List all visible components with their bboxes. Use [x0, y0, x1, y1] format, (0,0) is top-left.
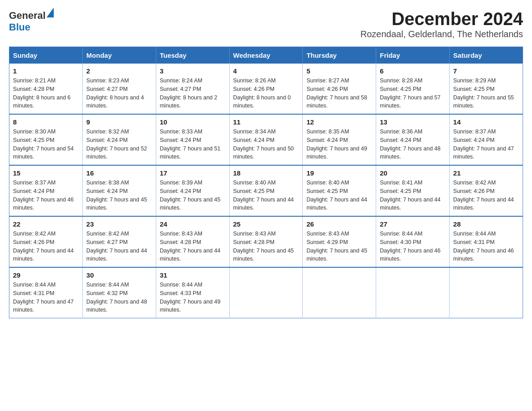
calendar-cell: 5Sunrise: 8:27 AMSunset: 4:26 PMDaylight…: [303, 64, 376, 114]
col-header-saturday: Saturday: [450, 47, 523, 64]
day-number: 4: [233, 67, 299, 75]
day-info: Sunrise: 8:23 AMSunset: 4:27 PMDaylight:…: [86, 77, 152, 110]
logo-general: General: [9, 10, 46, 21]
title-block: December 2024 Rozendaal, Gelderland, The…: [360, 9, 523, 39]
calendar-cell: 2Sunrise: 8:23 AMSunset: 4:27 PMDaylight…: [82, 64, 156, 114]
day-number: 21: [453, 169, 519, 177]
col-header-tuesday: Tuesday: [156, 47, 229, 64]
day-number: 9: [86, 118, 152, 126]
day-info: Sunrise: 8:42 AMSunset: 4:26 PMDaylight:…: [13, 230, 79, 263]
day-number: 13: [380, 118, 446, 126]
logo-arrow-icon: [47, 8, 54, 17]
calendar-cell: 7Sunrise: 8:29 AMSunset: 4:25 PMDaylight…: [450, 64, 523, 114]
day-number: 2: [86, 67, 152, 75]
logo-blue: Blue: [9, 21, 30, 33]
calendar-cell: 30Sunrise: 8:44 AMSunset: 4:32 PMDayligh…: [82, 267, 156, 318]
week-row-3: 15Sunrise: 8:37 AMSunset: 4:24 PMDayligh…: [9, 165, 523, 216]
day-info: Sunrise: 8:44 AMSunset: 4:30 PMDaylight:…: [380, 230, 446, 263]
day-info: Sunrise: 8:44 AMSunset: 4:31 PMDaylight:…: [453, 230, 519, 263]
day-number: 18: [233, 169, 299, 177]
page-header: General Blue December 2024 Rozendaal, Ge…: [9, 9, 523, 39]
day-number: 5: [306, 67, 372, 75]
day-number: 8: [13, 118, 79, 126]
day-info: Sunrise: 8:30 AMSunset: 4:25 PMDaylight:…: [13, 128, 79, 161]
day-info: Sunrise: 8:37 AMSunset: 4:24 PMDaylight:…: [13, 179, 79, 212]
calendar-cell: 16Sunrise: 8:38 AMSunset: 4:24 PMDayligh…: [82, 165, 156, 216]
day-number: 23: [86, 220, 152, 228]
calendar-cell: 8Sunrise: 8:30 AMSunset: 4:25 PMDaylight…: [9, 114, 83, 165]
col-header-monday: Monday: [82, 47, 156, 64]
day-info: Sunrise: 8:38 AMSunset: 4:24 PMDaylight:…: [86, 179, 152, 212]
calendar-cell: 14Sunrise: 8:37 AMSunset: 4:24 PMDayligh…: [450, 114, 523, 165]
day-number: 27: [380, 220, 446, 228]
day-number: 24: [160, 220, 226, 228]
calendar-cell: 26Sunrise: 8:43 AMSunset: 4:29 PMDayligh…: [303, 216, 376, 267]
day-number: 7: [453, 67, 519, 75]
calendar-cell: 31Sunrise: 8:44 AMSunset: 4:33 PMDayligh…: [156, 267, 229, 318]
day-number: 26: [306, 220, 372, 228]
week-row-5: 29Sunrise: 8:44 AMSunset: 4:31 PMDayligh…: [9, 267, 523, 318]
day-info: Sunrise: 8:28 AMSunset: 4:25 PMDaylight:…: [380, 77, 446, 110]
logo-text: General Blue: [9, 9, 54, 33]
calendar-cell: 27Sunrise: 8:44 AMSunset: 4:30 PMDayligh…: [376, 216, 450, 267]
calendar-cell: 18Sunrise: 8:40 AMSunset: 4:25 PMDayligh…: [229, 165, 303, 216]
day-info: Sunrise: 8:43 AMSunset: 4:28 PMDaylight:…: [233, 230, 299, 263]
week-row-1: 1Sunrise: 8:21 AMSunset: 4:28 PMDaylight…: [9, 64, 523, 114]
day-number: 15: [13, 169, 79, 177]
week-row-4: 22Sunrise: 8:42 AMSunset: 4:26 PMDayligh…: [9, 216, 523, 267]
day-number: 30: [86, 271, 152, 279]
col-header-wednesday: Wednesday: [229, 47, 303, 64]
day-info: Sunrise: 8:43 AMSunset: 4:28 PMDaylight:…: [160, 230, 226, 263]
calendar-cell: 23Sunrise: 8:42 AMSunset: 4:27 PMDayligh…: [82, 216, 156, 267]
calendar-cell: 17Sunrise: 8:39 AMSunset: 4:24 PMDayligh…: [156, 165, 229, 216]
day-number: 28: [453, 220, 519, 228]
day-info: Sunrise: 8:29 AMSunset: 4:25 PMDaylight:…: [453, 77, 519, 110]
calendar-table: SundayMondayTuesdayWednesdayThursdayFrid…: [9, 47, 523, 318]
calendar-cell: [229, 267, 303, 318]
logo: General Blue: [9, 9, 54, 33]
day-number: 17: [160, 169, 226, 177]
day-info: Sunrise: 8:27 AMSunset: 4:26 PMDaylight:…: [306, 77, 372, 110]
calendar-cell: 12Sunrise: 8:35 AMSunset: 4:24 PMDayligh…: [303, 114, 376, 165]
calendar-cell: 19Sunrise: 8:40 AMSunset: 4:25 PMDayligh…: [303, 165, 376, 216]
day-info: Sunrise: 8:44 AMSunset: 4:31 PMDaylight:…: [13, 281, 79, 314]
day-info: Sunrise: 8:42 AMSunset: 4:26 PMDaylight:…: [453, 179, 519, 212]
day-number: 14: [453, 118, 519, 126]
calendar-cell: 4Sunrise: 8:26 AMSunset: 4:26 PMDaylight…: [229, 64, 303, 114]
day-info: Sunrise: 8:44 AMSunset: 4:32 PMDaylight:…: [86, 281, 152, 314]
calendar-cell: [303, 267, 376, 318]
calendar-cell: 25Sunrise: 8:43 AMSunset: 4:28 PMDayligh…: [229, 216, 303, 267]
week-row-2: 8Sunrise: 8:30 AMSunset: 4:25 PMDaylight…: [9, 114, 523, 165]
calendar-cell: 3Sunrise: 8:24 AMSunset: 4:27 PMDaylight…: [156, 64, 229, 114]
day-number: 16: [86, 169, 152, 177]
day-info: Sunrise: 8:33 AMSunset: 4:24 PMDaylight:…: [160, 128, 226, 161]
day-info: Sunrise: 8:24 AMSunset: 4:27 PMDaylight:…: [160, 77, 226, 110]
day-number: 12: [306, 118, 372, 126]
calendar-header: SundayMondayTuesdayWednesdayThursdayFrid…: [9, 47, 523, 64]
day-info: Sunrise: 8:41 AMSunset: 4:25 PMDaylight:…: [380, 179, 446, 212]
calendar-body: 1Sunrise: 8:21 AMSunset: 4:28 PMDaylight…: [9, 64, 523, 318]
calendar-cell: 10Sunrise: 8:33 AMSunset: 4:24 PMDayligh…: [156, 114, 229, 165]
day-number: 19: [306, 169, 372, 177]
day-info: Sunrise: 8:34 AMSunset: 4:24 PMDaylight:…: [233, 128, 299, 161]
calendar-cell: 6Sunrise: 8:28 AMSunset: 4:25 PMDaylight…: [376, 64, 450, 114]
page-title: December 2024: [360, 9, 523, 29]
day-number: 1: [13, 67, 79, 75]
day-info: Sunrise: 8:44 AMSunset: 4:33 PMDaylight:…: [160, 281, 226, 314]
calendar-cell: 22Sunrise: 8:42 AMSunset: 4:26 PMDayligh…: [9, 216, 83, 267]
day-number: 31: [160, 271, 226, 279]
col-header-friday: Friday: [376, 47, 450, 64]
calendar-cell: 15Sunrise: 8:37 AMSunset: 4:24 PMDayligh…: [9, 165, 83, 216]
day-number: 25: [233, 220, 299, 228]
day-info: Sunrise: 8:26 AMSunset: 4:26 PMDaylight:…: [233, 77, 299, 110]
calendar-cell: 11Sunrise: 8:34 AMSunset: 4:24 PMDayligh…: [229, 114, 303, 165]
calendar-cell: 9Sunrise: 8:32 AMSunset: 4:24 PMDaylight…: [82, 114, 156, 165]
calendar-cell: 29Sunrise: 8:44 AMSunset: 4:31 PMDayligh…: [9, 267, 83, 318]
col-header-thursday: Thursday: [303, 47, 376, 64]
col-header-sunday: Sunday: [9, 47, 83, 64]
day-info: Sunrise: 8:39 AMSunset: 4:24 PMDaylight:…: [160, 179, 226, 212]
day-number: 22: [13, 220, 79, 228]
day-info: Sunrise: 8:42 AMSunset: 4:27 PMDaylight:…: [86, 230, 152, 263]
calendar-cell: 13Sunrise: 8:36 AMSunset: 4:24 PMDayligh…: [376, 114, 450, 165]
day-number: 29: [13, 271, 79, 279]
